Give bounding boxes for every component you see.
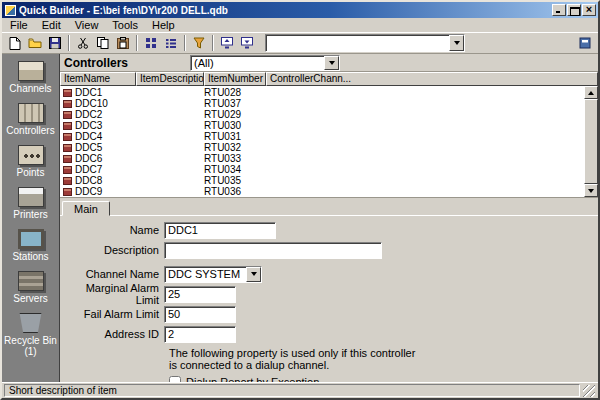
channel-name-combo[interactable]: DDC SYSTEM (164, 266, 262, 283)
sidebar-item-label: Points (17, 167, 45, 178)
tab-main[interactable]: Main (62, 201, 110, 216)
description-field[interactable] (164, 242, 382, 259)
recycle-bin-icon (18, 313, 44, 333)
large-icons-view-button[interactable] (141, 34, 161, 52)
filter-combo-dropdown-button[interactable] (324, 56, 339, 70)
paste-clipboard-icon (117, 37, 129, 49)
name-label: Name (64, 224, 164, 236)
item-name: DDC6 (75, 153, 102, 164)
tool-grid-icon (579, 37, 591, 49)
column-header-itemdescription[interactable]: ItemDescription (136, 72, 204, 86)
menu-help[interactable]: Help (145, 19, 182, 32)
item-number: RTU029 (204, 109, 266, 120)
fail-alarm-limit-field[interactable] (164, 306, 236, 323)
copy-button[interactable] (93, 34, 113, 52)
item-name: DDC7 (75, 164, 102, 175)
toolbar-combo[interactable] (265, 34, 465, 52)
chevron-down-icon (454, 41, 460, 45)
scrollbar-thumb[interactable] (584, 99, 598, 184)
paste-button[interactable] (113, 34, 133, 52)
menu-view[interactable]: View (68, 19, 106, 32)
controller-icon (63, 188, 72, 196)
open-button[interactable] (25, 34, 45, 52)
download-tool-button[interactable] (237, 34, 257, 52)
toolbar (2, 32, 598, 54)
menu-edit[interactable]: Edit (35, 19, 68, 32)
scroll-up-button[interactable] (584, 86, 598, 99)
new-button[interactable] (5, 34, 25, 52)
sidebar-item-printers[interactable]: Printers (3, 187, 59, 220)
status-text: Short description of item (4, 384, 580, 397)
toolbar-extra-button[interactable] (575, 34, 595, 52)
sidebar-item-label: Controllers (6, 125, 54, 136)
item-number: RTU032 (204, 142, 266, 153)
table-row[interactable]: DDC7RTU034 (60, 164, 584, 175)
address-id-field[interactable] (164, 326, 236, 343)
filter-button[interactable] (189, 34, 209, 52)
controller-icon (63, 111, 72, 119)
sidebar-item-recycle-bin[interactable]: Recycle Bin (1) (3, 313, 59, 357)
status-bar: Short description of item (2, 382, 598, 398)
table-row[interactable]: DDC5RTU032 (60, 142, 584, 153)
stations-icon (18, 229, 44, 249)
controller-icon (63, 133, 72, 141)
sidebar: ChannelsControllersPointsPrintersStation… (2, 54, 60, 382)
item-number: RTU034 (204, 164, 266, 175)
table-row[interactable]: DDC2RTU029 (60, 109, 584, 120)
table-row[interactable]: DDC9RTU036 (60, 186, 584, 197)
details-view-button[interactable] (161, 34, 181, 52)
menu-bar: File Edit View Tools Help (2, 18, 598, 32)
sidebar-item-points[interactable]: Points (3, 145, 59, 178)
table-scrollbar[interactable] (584, 86, 598, 197)
menu-tools[interactable]: Tools (105, 19, 145, 32)
maximize-button[interactable] (567, 4, 581, 16)
item-name: DDC8 (75, 175, 102, 186)
name-field[interactable] (164, 222, 276, 239)
table-row[interactable]: DDC10RTU037 (60, 98, 584, 109)
filter-combo[interactable]: (All) (190, 55, 340, 71)
save-button[interactable] (45, 34, 65, 52)
monitor-down-icon (241, 37, 253, 49)
item-name: DDC10 (75, 98, 108, 109)
item-name: DDC1 (75, 87, 102, 98)
close-button[interactable] (582, 4, 596, 16)
column-header-controllerchannel[interactable]: ControllerChann... (266, 72, 598, 86)
filter-funnel-icon (193, 37, 205, 49)
cut-button[interactable] (73, 34, 93, 52)
body-area: ChannelsControllersPointsPrintersStation… (2, 54, 598, 382)
table-row[interactable]: DDC4RTU031 (60, 131, 584, 142)
item-name: DDC5 (75, 142, 102, 153)
table-row[interactable]: DDC1RTU028 (60, 87, 584, 98)
column-header-itemnumber[interactable]: ItemNumber (204, 72, 266, 86)
table-row[interactable]: DDC3RTU030 (60, 120, 584, 131)
fail-alarm-limit-label: Fail Alarm Limit (64, 308, 164, 320)
item-name: DDC4 (75, 131, 102, 142)
table-row[interactable]: DDC6RTU033 (60, 153, 584, 164)
resize-grip[interactable] (583, 385, 595, 397)
scroll-down-button[interactable] (584, 184, 598, 197)
chevron-down-icon (251, 272, 257, 276)
table-row[interactable]: DDC8RTU035 (60, 175, 584, 186)
sidebar-item-label: Channels (9, 83, 51, 94)
arrow-down-icon (588, 189, 594, 193)
sidebar-item-servers[interactable]: Servers (3, 271, 59, 304)
table-header: ItemName ItemDescription ItemNumber Cont… (60, 72, 598, 86)
minimize-button[interactable] (552, 4, 566, 16)
sidebar-item-controllers[interactable]: Controllers (3, 103, 59, 136)
item-name: DDC3 (75, 120, 102, 131)
toolbar-combo-dropdown-button[interactable] (449, 35, 464, 51)
window-title: Quick Builder - E:\bei fen\DY\r200 DELL.… (19, 5, 228, 16)
item-number: RTU028 (204, 87, 266, 98)
sidebar-item-channels[interactable]: Channels (3, 61, 59, 94)
marginal-alarm-limit-field[interactable] (164, 286, 236, 303)
toolbar-separator (68, 35, 70, 51)
upload-tool-button[interactable] (217, 34, 237, 52)
channel-combo-dropdown-button[interactable] (246, 267, 261, 282)
view-header: Controllers (All) (60, 54, 598, 72)
menu-file[interactable]: File (3, 19, 35, 32)
column-header-itemname[interactable]: ItemName (60, 72, 136, 86)
sidebar-item-stations[interactable]: Stations (3, 229, 59, 262)
item-number: RTU033 (204, 153, 266, 164)
controller-icon (63, 155, 72, 163)
channel-name-label: Channel Name (64, 268, 164, 280)
